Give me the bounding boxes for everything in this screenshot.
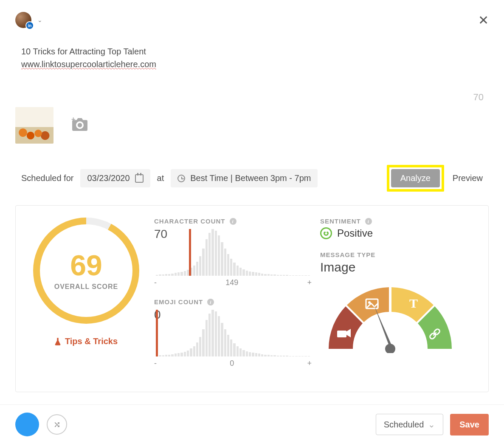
char-counter: 70 [0,92,504,103]
flask-icon [55,338,61,345]
avatar: in [15,12,31,28]
info-icon[interactable]: i [230,218,237,225]
chevron-down-icon: ⌄ [37,17,42,23]
status-value: Scheduled [384,420,424,430]
sentiment-title: SENTIMENT [320,218,361,225]
char-axis-max: + [307,278,312,287]
status-select[interactable]: Scheduled ⌄ [376,414,444,435]
sentiment-value: Positive [337,227,373,239]
char-axis-min: - [154,278,157,287]
char-axis-mid: 149 [225,278,238,287]
text-icon: T [409,296,418,310]
message-type-title: MESSAGE TYPE [320,251,477,258]
account-avatar-dot[interactable] [15,413,39,436]
compose-link: www.linktosupercoolarticlehere.com [21,59,156,69]
linkedin-badge-icon: in [25,21,34,30]
overall-score-value: 69 [70,251,102,280]
date-value: 03/23/2020 [87,173,130,183]
emoji-axis-min: - [154,359,157,368]
info-icon[interactable]: i [365,218,372,225]
svg-text:T: T [409,296,418,310]
time-field[interactable]: Best Time | Between 3pm - 7pm [171,169,318,187]
emoji-axis-mid: 0 [230,359,234,368]
analyze-highlight: Analyze [387,165,444,192]
save-button[interactable]: Save [450,414,489,436]
compose-line: 10 Tricks for Attracting Top Talent [21,45,483,58]
at-label: at [157,173,164,183]
char-count-histogram [154,229,312,276]
emoji-count-histogram [154,310,312,356]
analysis-panel: 69 OVERALL SCORE Tips & Tricks CHARACTER… [15,205,489,392]
time-value: Best Time | Between 3pm - 7pm [190,173,311,183]
account-selector[interactable]: in ⌄ [15,12,489,28]
tips-and-tricks-link[interactable]: Tips & Tricks [55,337,118,346]
scheduled-for-label: Scheduled for [21,173,73,183]
info-icon[interactable]: i [207,299,214,305]
message-type-gauge: T [320,279,460,353]
overall-score-label: OVERALL SCORE [54,283,118,291]
message-type-value: Image [320,260,477,274]
smile-icon [320,227,332,239]
emoji-count-title: EMOJI COUNT [154,298,203,305]
emoji-axis-max: + [307,359,312,368]
preview-button[interactable]: Preview [453,173,483,183]
attached-image-thumb[interactable] [15,107,53,144]
shuffle-button[interactable]: ⤭ [47,414,67,435]
chevron-down-icon: ⌄ [428,419,435,430]
svg-rect-0 [337,331,346,337]
compose-text[interactable]: 10 Tricks for Attracting Top Talent www.… [0,28,504,71]
char-count-title: CHARACTER COUNT [154,218,225,225]
add-photo-button[interactable]: + [72,118,87,133]
clock-icon [177,175,185,182]
analyze-button[interactable]: Analyze [391,169,440,187]
svg-point-8 [385,344,395,353]
close-icon[interactable]: ✕ [478,13,489,28]
date-field[interactable]: 03/23/2020 [80,169,150,187]
overall-score-ring: 69 OVERALL SCORE [33,218,139,324]
shuffle-icon: ⤭ [53,419,61,430]
calendar-icon [135,174,144,183]
